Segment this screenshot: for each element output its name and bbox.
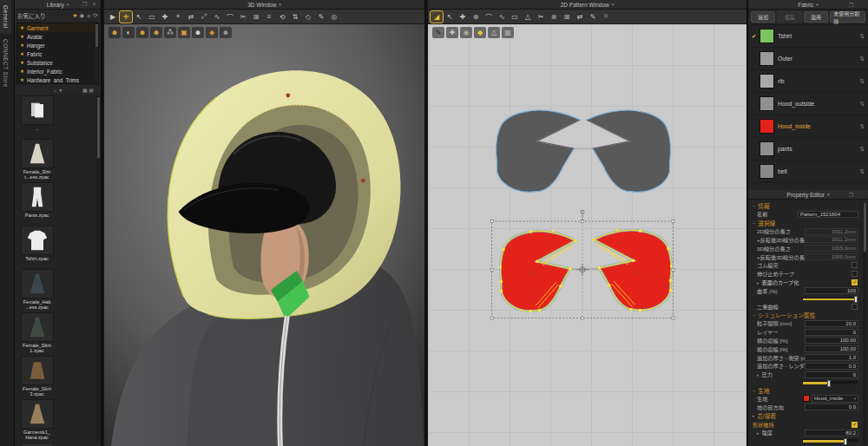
adjust-grain-icon[interactable]: ✚ [446,27,458,38]
shape-retention-checkbox[interactable] [852,422,858,428]
tree-item-avatar[interactable]: ★Avatar [17,32,98,41]
library-item-garments2[interactable]: Garments2_Hana.zpac [17,443,56,446]
tree-item-garment[interactable]: ★Garment [17,23,98,32]
add-polygon-icon[interactable]: △ [522,11,534,23]
section-info[interactable]: 情報 [748,201,862,210]
fabric-item-icon[interactable]: ⇅ [859,78,865,85]
fabric-swatch[interactable] [760,51,774,66]
double-curve-checkbox[interactable] [852,304,858,310]
edit-curvature-icon[interactable]: ⌒ [483,11,495,23]
3d-window-menu-icon[interactable]: ▾ [279,2,281,7]
property-editor-titlebar[interactable]: Property Editor ▾ ❐ ＾ [748,190,868,200]
pattern-piece-hood-outside-left[interactable] [496,110,580,192]
circle-tool-icon[interactable]: ◉ [460,27,472,38]
scissors-icon[interactable]: ✂ [237,11,249,23]
tree-item-fabric[interactable]: ★Fabric [17,49,98,58]
library-window-icons[interactable]: ❐ ✕ [82,1,98,7]
edit-pattern-icon[interactable]: ↖ [444,11,456,23]
library-item-folder-up[interactable]: .. [17,95,56,138]
fabric-row-hood-inside[interactable]: Hood_inside ⇅ [748,115,868,138]
free-sewing-icon[interactable]: ∿ [211,11,223,23]
section-fabric[interactable]: 生地 [748,386,862,395]
select-move-icon[interactable]: ✛ [120,11,132,23]
library-menu-icon[interactable]: ▾ [67,2,69,7]
dock-tab-general[interactable]: General [0,0,11,34]
home-icon[interactable]: ⌂ [54,88,57,93]
pattern-3d-draw-icon[interactable]: ◇ [302,11,314,23]
fabric-swatch[interactable] [760,119,774,134]
2d-window-menu-icon[interactable]: ▾ [612,2,615,7]
fabric-swatch[interactable] [760,164,774,179]
simulate-icon[interactable]: ▶ [107,11,119,23]
fold-arrange-icon[interactable]: ⌒ [224,11,236,23]
fabric-item-icon[interactable]: ⇅ [859,101,865,108]
grainline-input[interactable]: 0.0 [805,403,858,410]
eraser-icon[interactable]: △ [488,27,500,38]
strength-input[interactable]: 80.2 [805,430,858,436]
flatten-icon[interactable]: ≡ [263,11,275,23]
library-item-female-halter-dress[interactable]: Female_Halt...ess.zpac [17,269,56,312]
grading-icon[interactable]: ⇄ [574,11,586,23]
reset-icon[interactable]: ⟲ [276,11,288,23]
pin-icon[interactable]: ✚ [159,11,171,23]
library-item-pants[interactable]: Pants.zpac [17,182,56,225]
tree-scrollbar[interactable] [95,23,98,83]
dart-icon[interactable]: ✂ [535,11,547,23]
fabric-row-outer[interactable]: Outer ⇅ [748,48,868,70]
section-interfacing[interactable]: 芯/接着 [748,411,862,420]
tack-icon[interactable]: ⌖ [172,11,184,23]
fabric-swatch[interactable] [760,96,774,111]
fabric-apply-button[interactable]: 適用 [804,11,828,23]
elastic-checkbox[interactable] [852,262,858,268]
surface-curve-checkbox[interactable] [852,279,858,285]
tree-item-hardware-and-trims[interactable]: ★Hardware_and_Trims [17,75,98,84]
add-icon[interactable]: ＋ [86,11,92,20]
pressure-slider[interactable] [748,379,862,386]
show-shoes-icon[interactable]: ☻ [136,27,148,38]
pattern-info-icon[interactable]: ▦ [502,27,514,38]
seam-allowance-icon[interactable]: ⊞ [561,11,573,23]
show-hair-icon[interactable]: ◐ [122,27,135,38]
thickness-rendering-input[interactable]: 0.0 [805,363,858,370]
library-item-female-skirt1[interactable]: Female_Skirt1.zpac [17,312,56,355]
library-item-female-shirtdress[interactable]: Female_Shirt...ess.zpac [17,139,56,181]
show-arrangement-points-icon[interactable]: ⁂ [164,27,176,38]
fabric-row-rib[interactable]: rib ⇅ [748,70,868,93]
shrinkage-warp-input[interactable]: 100.00 [805,345,858,352]
tree-item-interior-fabric[interactable]: ★Interior_Fabric [17,67,98,75]
library-item-tshirt[interactable]: Tshirt.zpac [17,226,56,268]
2d-window-titlebar[interactable]: 2D Pattern Window ▾ [428,0,746,10]
library-titlebar[interactable]: Library ▾ ❐ ✕ [15,0,101,10]
fabric-select[interactable]: Hood_inside▾ [812,395,858,403]
curvature-slider[interactable] [748,295,862,302]
pressure-input[interactable]: 0 [805,371,858,378]
avatar-icon[interactable]: ◉ [79,12,84,19]
fabric-item-icon[interactable]: ⇅ [859,56,865,62]
library-grid-scrollbar[interactable] [96,95,100,443]
fabric-item-icon[interactable]: ⇅ [859,33,865,40]
fabric-row-belt[interactable]: belt ⇅ [748,161,868,183]
section-simulation[interactable]: シミュレーション属性 [748,311,862,319]
layer-input[interactable]: 0 [805,329,858,336]
property-editor-window-icons[interactable]: ❐ ＾ [849,191,865,199]
show-size-icon[interactable]: ◈ [206,27,218,38]
star-icon[interactable]: ★ [73,12,78,19]
fabric-item-icon[interactable]: ⇅ [859,146,865,153]
fabric-swatch[interactable] [760,141,774,156]
fabric-swatch[interactable] [760,74,774,89]
curvature-input[interactable]: 100 [805,287,858,294]
library-item-female-skirt3[interactable]: Female_Skirt3.zpac [17,356,56,398]
add-point-icon[interactable]: ⊕ [470,11,482,23]
fabric-item-icon[interactable]: ⇅ [859,123,865,130]
fabric-titlebar[interactable]: Fabric ▾ ❐ ＾ [748,0,868,10]
2d-pattern-canvas[interactable] [428,24,746,446]
view-toggle-icons[interactable]: ▦ ▤ [82,87,94,93]
library-item-garments1[interactable]: Garments1_Hana.zpac [17,399,56,442]
notch-icon[interactable]: ≋ [548,11,560,23]
swap-icon[interactable]: ⇅ [289,11,301,23]
fabric-menu-icon[interactable]: ▾ [816,2,819,7]
shrinkage-weft-input[interactable]: 100.00 [805,337,858,344]
tree-item-substance[interactable]: ★Substance [17,58,98,67]
dock-tab-connect-store[interactable]: CONNECT Store [0,34,11,93]
rotation-anchor[interactable] [581,210,584,221]
